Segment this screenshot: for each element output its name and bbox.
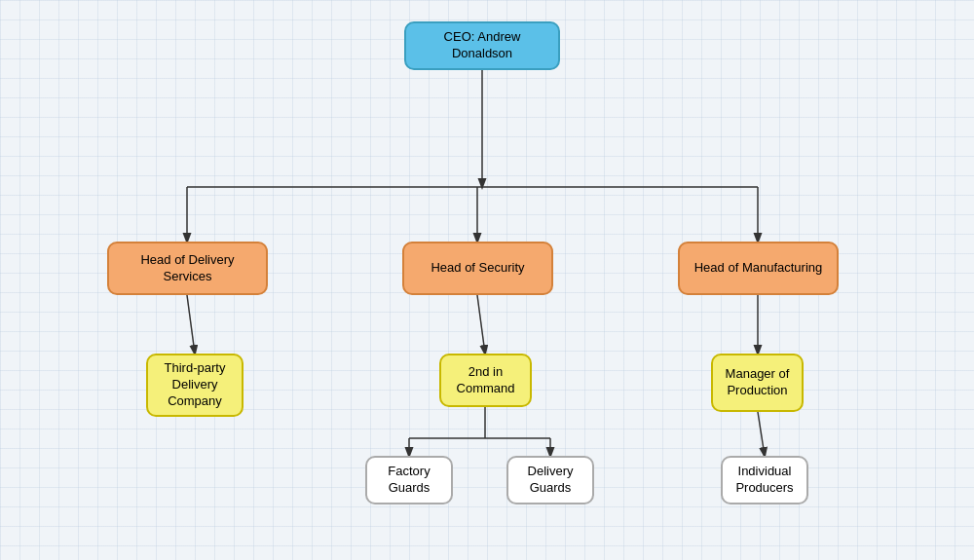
head-manufacturing-node: Head of Manufacturing bbox=[678, 242, 839, 295]
manager-production-node: Manager of Production bbox=[711, 354, 804, 412]
third-party-node: Third-party Delivery Company bbox=[146, 354, 244, 417]
svg-line-5 bbox=[187, 295, 195, 354]
svg-line-6 bbox=[477, 295, 485, 354]
ceo-node: CEO: Andrew Donaldson bbox=[404, 21, 560, 70]
second-command-node: 2nd in Command bbox=[439, 354, 532, 407]
svg-line-12 bbox=[758, 412, 765, 456]
individual-producers-node: Individual Producers bbox=[721, 456, 808, 504]
head-security-node: Head of Security bbox=[402, 242, 553, 295]
head-delivery-node: Head of Delivery Services bbox=[107, 242, 268, 295]
delivery-guards-node: Delivery Guards bbox=[506, 456, 594, 504]
factory-guards-node: Factory Guards bbox=[365, 456, 453, 504]
org-chart: CEO: Andrew Donaldson Head of Delivery S… bbox=[0, 0, 974, 560]
